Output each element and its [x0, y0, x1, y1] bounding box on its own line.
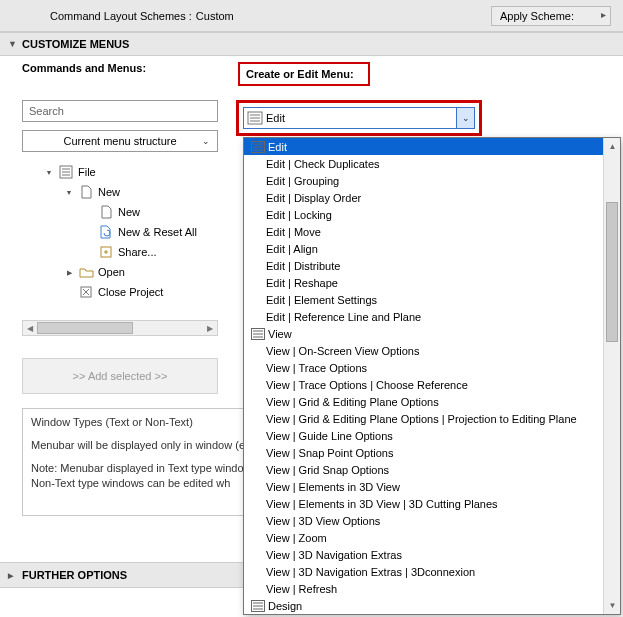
dropdown-item[interactable]: Edit | Grouping: [244, 172, 603, 189]
dropdown-item[interactable]: View | Zoom: [244, 529, 603, 546]
section-customize-menus[interactable]: ▼ CUSTOMIZE MENUS: [0, 32, 623, 56]
scroll-thumb[interactable]: [606, 202, 618, 342]
dropdown-item-label: View | 3D View Options: [266, 515, 380, 527]
apply-scheme-label: Apply Scheme:: [500, 10, 574, 22]
dropdown-item-label: View | 3D Navigation Extras | 3Dconnexio…: [266, 566, 475, 578]
menu-structure-combo[interactable]: Current menu structure ⌄: [22, 130, 218, 152]
scroll-left-icon[interactable]: ◀: [23, 321, 37, 335]
dropdown-item-label: View | Elements in 3D View: [266, 481, 400, 493]
tree-item-share[interactable]: Share...: [22, 242, 218, 262]
edit-combo-highlight: Edit ⌄: [236, 100, 482, 136]
dropdown-scrollbar[interactable]: ▲ ▼: [603, 138, 620, 614]
menu-structure-value: Current menu structure: [63, 135, 176, 147]
dropdown-item[interactable]: View | Elements in 3D View | 3D Cutting …: [244, 495, 603, 512]
apply-scheme-dropdown[interactable]: Apply Scheme: ▸: [491, 6, 611, 26]
dropdown-item-label: View | On-Screen View Options: [266, 345, 419, 357]
dropdown-item-label: View | Trace Options: [266, 362, 367, 374]
dropdown-item-label: Edit | Element Settings: [266, 294, 377, 306]
dropdown-item[interactable]: Edit | Display Order: [244, 189, 603, 206]
dropdown-item[interactable]: View | Grid & Editing Plane Options | Pr…: [244, 410, 603, 427]
expand-icon[interactable]: [64, 187, 74, 197]
dropdown-item[interactable]: Edit: [244, 138, 603, 155]
dropdown-item-label: Edit | Distribute: [266, 260, 340, 272]
expand-icon[interactable]: [64, 267, 74, 277]
dropdown-item-label: Edit | Display Order: [266, 192, 361, 204]
dropdown-item-label: Edit | Reference Line and Plane: [266, 311, 421, 323]
close-icon: [78, 284, 94, 300]
dropdown-item-label: Edit | Align: [266, 243, 318, 255]
menu-tree[interactable]: File New New New & R: [22, 160, 218, 310]
tree-item-new[interactable]: New: [22, 202, 218, 222]
menu-icon: [250, 327, 266, 341]
dropdown-item[interactable]: Edit | Reshape: [244, 274, 603, 291]
dropdown-item[interactable]: Edit | Move: [244, 223, 603, 240]
chevron-down-icon[interactable]: ⌄: [456, 108, 474, 128]
dropdown-item-label: Edit | Locking: [266, 209, 332, 221]
tree-label: New: [118, 206, 140, 218]
dropdown-item[interactable]: View | Trace Options: [244, 359, 603, 376]
tree-label: New: [98, 186, 120, 198]
dropdown-item-label: Edit | Check Duplicates: [266, 158, 380, 170]
scroll-right-icon[interactable]: ▶: [203, 321, 217, 335]
tree-label: File: [78, 166, 96, 178]
dropdown-item-label: View | Grid & Editing Plane Options | Pr…: [266, 413, 577, 425]
dropdown-item[interactable]: Edit | Align: [244, 240, 603, 257]
tree-item-open[interactable]: Open: [22, 262, 218, 282]
dropdown-item[interactable]: View | 3D Navigation Extras | 3Dconnexio…: [244, 563, 603, 580]
tree-item-new-reset[interactable]: New & Reset All: [22, 222, 218, 242]
chevron-right-icon: ▸: [601, 9, 606, 20]
add-selected-button[interactable]: >> Add selected >>: [22, 358, 218, 394]
commands-and-menus-label: Commands and Menus:: [0, 62, 238, 74]
dropdown-item[interactable]: Edit | Distribute: [244, 257, 603, 274]
chevron-down-icon: ▼: [8, 39, 17, 49]
menu-icon: [250, 599, 266, 613]
edit-combo-value: Edit: [266, 112, 456, 124]
tree-item-new-folder[interactable]: New: [22, 182, 218, 202]
edit-menu-dropdown[interactable]: EditEdit | Check DuplicatesEdit | Groupi…: [243, 137, 621, 615]
dropdown-item[interactable]: View | 3D View Options: [244, 512, 603, 529]
dropdown-item[interactable]: View | Snap Point Options: [244, 444, 603, 461]
tree-horizontal-scrollbar[interactable]: ◀ ▶: [22, 320, 218, 336]
dropdown-item[interactable]: Edit | Locking: [244, 206, 603, 223]
dropdown-item[interactable]: View | On-Screen View Options: [244, 342, 603, 359]
dropdown-item[interactable]: View | Elements in 3D View: [244, 478, 603, 495]
dropdown-item-label: View | Zoom: [266, 532, 327, 544]
dropdown-item-label: Edit | Move: [266, 226, 321, 238]
dropdown-item[interactable]: View: [244, 325, 603, 342]
dropdown-item-label: View | 3D Navigation Extras: [266, 549, 402, 561]
folder-open-icon: [78, 264, 94, 280]
dropdown-item-label: View | Refresh: [266, 583, 337, 595]
scheme-value: Custom: [196, 10, 234, 22]
dropdown-item-label: View | Grid & Editing Plane Options: [266, 396, 439, 408]
scroll-thumb[interactable]: [37, 322, 133, 334]
dropdown-item[interactable]: View | Grid & Editing Plane Options: [244, 393, 603, 410]
edit-menu-combo[interactable]: Edit ⌄: [243, 107, 475, 129]
dropdown-item[interactable]: Edit | Check Duplicates: [244, 155, 603, 172]
dropdown-item[interactable]: Edit | Element Settings: [244, 291, 603, 308]
dropdown-item[interactable]: View | Refresh: [244, 580, 603, 597]
dropdown-item[interactable]: Edit | Reference Line and Plane: [244, 308, 603, 325]
dropdown-item-label: View | Trace Options | Choose Reference: [266, 379, 468, 391]
chevron-down-icon: ⌄: [199, 134, 213, 148]
reset-icon: [98, 224, 114, 240]
search-input[interactable]: Search: [22, 100, 218, 122]
dropdown-item-label: Edit | Grouping: [266, 175, 339, 187]
tree-item-file[interactable]: File: [22, 162, 218, 182]
dropdown-item[interactable]: Design: [244, 597, 603, 614]
dropdown-item-label: Edit: [268, 141, 287, 153]
dropdown-item[interactable]: View | Grid Snap Options: [244, 461, 603, 478]
dropdown-item-label: View: [268, 328, 292, 340]
dropdown-item[interactable]: View | Trace Options | Choose Reference: [244, 376, 603, 393]
dropdown-item-label: Edit | Reshape: [266, 277, 338, 289]
tree-item-close-project[interactable]: Close Project: [22, 282, 218, 302]
section-title: CUSTOMIZE MENUS: [22, 38, 129, 50]
dropdown-item[interactable]: View | 3D Navigation Extras: [244, 546, 603, 563]
scroll-up-icon[interactable]: ▲: [604, 138, 621, 155]
dropdown-item-label: View | Guide Line Options: [266, 430, 393, 442]
menu-icon: [244, 108, 266, 128]
scroll-down-icon[interactable]: ▼: [604, 597, 621, 614]
scheme-label: Command Layout Schemes :: [50, 10, 192, 22]
document-icon: [98, 204, 114, 220]
expand-icon[interactable]: [44, 167, 54, 177]
dropdown-item[interactable]: View | Guide Line Options: [244, 427, 603, 444]
